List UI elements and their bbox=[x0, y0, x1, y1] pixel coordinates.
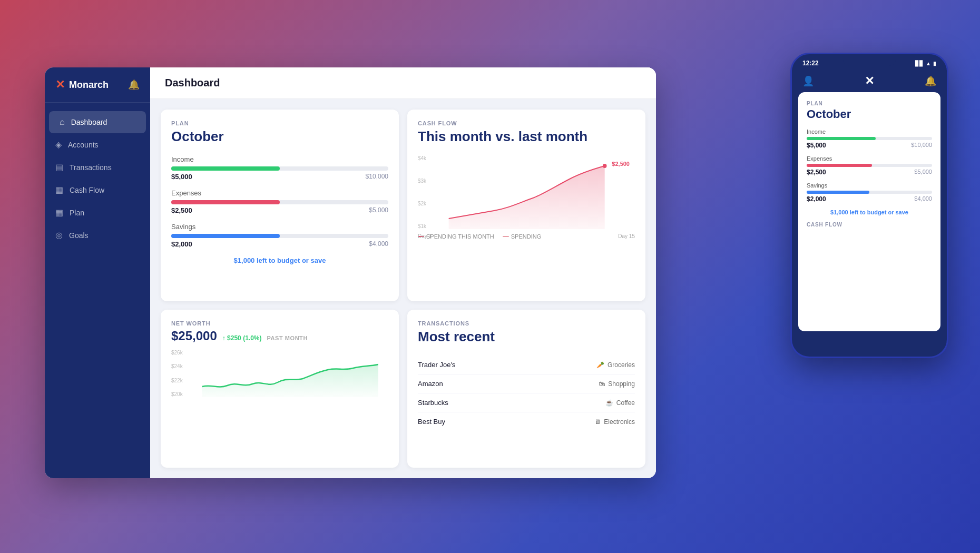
income-bar-container bbox=[171, 166, 388, 171]
transaction-name-1: Amazon bbox=[418, 380, 443, 388]
phone-user-icon[interactable]: 👤 bbox=[802, 75, 814, 87]
savings-amounts: $2,000 $4,000 bbox=[171, 240, 388, 248]
savings-budget-row: Savings $2,000 $4,000 bbox=[171, 223, 388, 248]
sidebar-item-dashboard-label: Dashboard bbox=[71, 118, 107, 126]
transactions-card: TRANSACTIONS Most recent Trader Joe's 🥕 … bbox=[407, 310, 645, 468]
transaction-row-3[interactable]: Best Buy 🖥 Electronics bbox=[418, 412, 635, 431]
networth-card: NET WORTH $25,000 ↑ $250 (1.0%) PAST MON… bbox=[161, 310, 399, 468]
x-label-start: Day 1 bbox=[418, 233, 432, 239]
networth-chart: $26k $24k $22k $20k bbox=[171, 350, 388, 397]
transactions-card-label: TRANSACTIONS bbox=[418, 320, 635, 327]
battery-icon: ▮ bbox=[933, 61, 936, 66]
sidebar-item-plan[interactable]: ▦ Plan bbox=[45, 201, 150, 224]
transaction-category-1: 🛍 Shopping bbox=[599, 380, 635, 388]
budget-footer: $1,000 left to budget or save bbox=[171, 256, 388, 264]
phone-footer-highlight: $1,000 bbox=[830, 209, 848, 215]
phone-income-row: Income $5,000 $10,000 bbox=[807, 129, 932, 149]
x-label-end: Day 15 bbox=[618, 233, 635, 239]
phone-expenses-row: Expenses $2,500 $5,000 bbox=[807, 155, 932, 176]
cashflow-card-title: This month vs. last month bbox=[418, 129, 635, 145]
sidebar-item-transactions[interactable]: ▤ Transactions bbox=[45, 156, 150, 179]
phone-cashflow-label: CASH FLOW bbox=[807, 222, 932, 228]
phone-status-icons: ▊▊ ▲ ▮ bbox=[915, 61, 936, 66]
transactions-icon: ▤ bbox=[55, 162, 63, 172]
cashflow-card: CASH FLOW This month vs. last month $4k … bbox=[407, 110, 645, 301]
sidebar-item-accounts-label: Accounts bbox=[68, 141, 99, 149]
phone-income-label: Income bbox=[807, 129, 932, 135]
sidebar-item-goals[interactable]: ◎ Goals bbox=[45, 224, 150, 246]
transactions-card-title: Most recent bbox=[418, 329, 635, 345]
phone-income-amounts: $5,000 $10,000 bbox=[807, 142, 932, 149]
cashflow-icon: ▦ bbox=[55, 185, 63, 195]
phone-expenses-label: Expenses bbox=[807, 155, 932, 162]
phone-income-current: $5,000 bbox=[807, 142, 826, 149]
expenses-current: $2,500 bbox=[171, 206, 192, 214]
content-grid: PLAN October Income $5,000 $10,000 E bbox=[150, 99, 656, 478]
phone-notch bbox=[843, 54, 896, 66]
networth-period: PAST MONTH bbox=[267, 335, 307, 341]
transaction-row-2[interactable]: Starbucks ☕ Coffee bbox=[418, 393, 635, 412]
accounts-icon: ◈ bbox=[55, 140, 62, 150]
phone-savings-row: Savings $2,000 $4,000 bbox=[807, 182, 932, 203]
cashflow-peak-label: $2,500 bbox=[612, 161, 630, 167]
budget-footer-highlight: $1,000 bbox=[234, 256, 255, 264]
income-current: $5,000 bbox=[171, 173, 192, 181]
phone-plan-label: PLAN bbox=[807, 101, 932, 106]
phone-savings-bar-container bbox=[807, 191, 932, 194]
expenses-label: Expenses bbox=[171, 189, 388, 197]
phone-expenses-bar bbox=[807, 164, 872, 167]
transaction-category-label-3: Electronics bbox=[604, 418, 635, 426]
networth-card-label: NET WORTH bbox=[171, 320, 388, 327]
phone-plan-title: October bbox=[807, 107, 932, 121]
phone-savings-max: $4,000 bbox=[914, 195, 932, 203]
expenses-max: $5,000 bbox=[369, 206, 388, 214]
transaction-row-1[interactable]: Amazon 🛍 Shopping bbox=[418, 374, 635, 393]
transaction-category-label-1: Shopping bbox=[608, 380, 635, 388]
savings-max: $4,000 bbox=[369, 240, 388, 248]
transaction-category-label-2: Coffee bbox=[616, 399, 635, 407]
transaction-category-3: 🖥 Electronics bbox=[594, 418, 635, 426]
transaction-name-3: Best Buy bbox=[418, 418, 445, 426]
plan-icon: ▦ bbox=[55, 208, 63, 218]
cashflow-chart-svg bbox=[418, 155, 635, 229]
wifi-icon: ▲ bbox=[926, 61, 931, 66]
income-amounts: $5,000 $10,000 bbox=[171, 173, 388, 181]
sidebar-item-cashflow-label: Cash Flow bbox=[70, 186, 104, 194]
savings-current: $2,000 bbox=[171, 240, 192, 248]
expenses-bar-container bbox=[171, 200, 388, 204]
sidebar-item-cashflow[interactable]: ▦ Cash Flow bbox=[45, 179, 150, 201]
phone-bell-icon[interactable]: 🔔 bbox=[925, 75, 936, 87]
phone-savings-current: $2,000 bbox=[807, 195, 826, 203]
sidebar-item-dashboard[interactable]: ⌂ Dashboard bbox=[49, 111, 146, 133]
signal-icon: ▊▊ bbox=[915, 61, 924, 66]
bell-icon[interactable]: 🔔 bbox=[128, 79, 140, 91]
transaction-row-0[interactable]: Trader Joe's 🥕 Groceries bbox=[418, 355, 635, 374]
transaction-category-icon-1: 🛍 bbox=[599, 380, 605, 388]
savings-label: Savings bbox=[171, 223, 388, 231]
expenses-amounts: $2,500 $5,000 bbox=[171, 206, 388, 214]
phone-time: 12:22 bbox=[802, 60, 819, 67]
plan-card-label: PLAN bbox=[171, 120, 388, 126]
cashflow-chart-area: $4k $3k $2k $1k $2,500 bbox=[418, 155, 635, 229]
transaction-name-2: Starbucks bbox=[418, 399, 448, 407]
transaction-category-icon-2: ☕ bbox=[605, 399, 613, 407]
phone-income-bar-container bbox=[807, 137, 932, 140]
phone-savings-amounts: $2,000 $4,000 bbox=[807, 195, 932, 203]
savings-bar-container bbox=[171, 234, 388, 238]
sidebar-item-plan-label: Plan bbox=[70, 209, 84, 217]
sidebar-item-transactions-label: Transactions bbox=[70, 163, 112, 172]
cashflow-chart-labels: Day 1 Day 15 bbox=[418, 233, 635, 239]
phone-expenses-amounts: $2,500 $5,000 bbox=[807, 169, 932, 176]
svg-point-0 bbox=[603, 164, 607, 168]
main-window: ✕ Monarch 🔔 ⌂ Dashboard ◈ Accounts ▤ Tra… bbox=[45, 67, 656, 478]
sidebar-item-accounts[interactable]: ◈ Accounts bbox=[45, 133, 150, 156]
transaction-name-0: Trader Joe's bbox=[418, 361, 455, 369]
phone-footer-text: left to budget or save bbox=[848, 209, 908, 215]
monarch-logo-icon: ✕ bbox=[55, 78, 65, 92]
transaction-category-icon-3: 🖥 bbox=[594, 418, 601, 426]
sidebar-item-goals-label: Goals bbox=[69, 231, 89, 240]
nav-items: ⌂ Dashboard ◈ Accounts ▤ Transactions ▦ … bbox=[45, 103, 150, 478]
networth-chart-svg bbox=[171, 350, 388, 397]
page-title: Dashboard bbox=[165, 77, 220, 88]
income-budget-row: Income $5,000 $10,000 bbox=[171, 155, 388, 181]
